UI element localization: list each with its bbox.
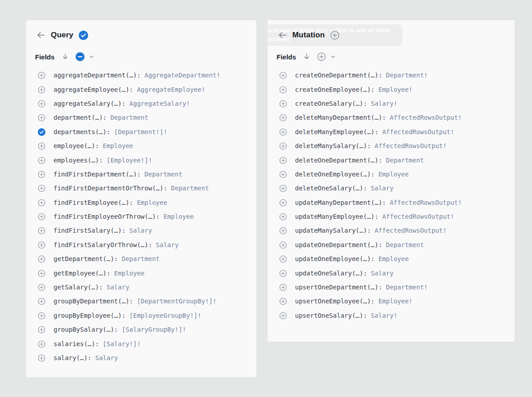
add-field-plus-icon[interactable]: [279, 100, 287, 108]
field-type: [EmployeeGroupBy!]!: [130, 312, 201, 319]
field-row[interactable]: getEmployee(…): Employee: [26, 266, 256, 280]
add-field-plus-icon[interactable]: [279, 185, 287, 192]
field-selected-check-icon[interactable]: [38, 128, 45, 136]
field-row[interactable]: deleteManyEmployee(…): AffectedRowsOutpu…: [268, 125, 514, 139]
field-row[interactable]: findFirstEmployee(…): Employee: [26, 196, 256, 210]
add-field-plus-icon[interactable]: [38, 100, 45, 108]
field-row[interactable]: updateManyDepartment(…): AffectedRowsOut…: [268, 196, 514, 210]
add-field-plus-icon[interactable]: [279, 86, 287, 94]
chevron-down-icon[interactable]: [89, 54, 94, 60]
chevron-down-icon[interactable]: [330, 54, 336, 60]
field-row[interactable]: aggregateDepartment(…): AggregateDepartm…: [26, 68, 256, 82]
field-type: Salary: [107, 284, 130, 291]
add-field-plus-icon[interactable]: [38, 114, 45, 122]
deselect-all-fields-button[interactable]: [76, 52, 85, 61]
add-field-plus-icon[interactable]: [38, 185, 45, 192]
field-row[interactable]: findFirstSalaryOrThrow(…): Salary: [26, 238, 256, 252]
field-name: getEmployee(…):: [54, 270, 114, 277]
field-row[interactable]: updateManySalary(…): AffectedRowsOutput!: [268, 224, 514, 238]
field-row[interactable]: createOneEmployee(…): Employee!: [268, 82, 514, 96]
back-arrow-icon[interactable]: [277, 30, 287, 40]
field-row[interactable]: getSalary(…): Salary: [26, 280, 256, 294]
type-selected-indicator[interactable]: [79, 31, 88, 40]
add-field-plus-icon[interactable]: [38, 241, 45, 249]
field-row[interactable]: groupBySalary(…): [SalaryGroupBy!]!: [26, 323, 256, 337]
add-field-plus-icon[interactable]: [38, 199, 45, 207]
add-field-plus-icon[interactable]: [38, 326, 45, 334]
add-field-plus-icon[interactable]: [279, 270, 287, 277]
field-row[interactable]: deleteOneSalary(…): Salary: [268, 181, 514, 195]
add-field-plus-icon[interactable]: [38, 227, 45, 235]
field-type: Department: [171, 185, 209, 192]
add-field-plus-icon[interactable]: [279, 298, 287, 305]
field-row[interactable]: deleteOneEmployee(…): Employee: [268, 167, 514, 181]
add-field-plus-icon[interactable]: [279, 114, 287, 122]
mutation-panel-header: Mutation: [277, 29, 514, 41]
add-field-plus-icon[interactable]: [279, 255, 287, 263]
add-field-plus-icon[interactable]: [279, 284, 287, 291]
field-row[interactable]: deleteManySalary(…): AffectedRowsOutput!: [268, 139, 514, 153]
add-field-plus-icon[interactable]: [38, 213, 45, 221]
add-field-plus-icon[interactable]: [279, 128, 287, 136]
field-row[interactable]: salary(…): Salary: [26, 351, 256, 365]
field-row[interactable]: createOneSalary(…): Salary!: [268, 97, 514, 111]
field-row[interactable]: upsertOneSalary(…): Salary!: [268, 309, 514, 323]
add-field-plus-icon[interactable]: [38, 354, 45, 362]
add-field-plus-icon[interactable]: [38, 312, 45, 320]
add-field-plus-icon[interactable]: [38, 157, 45, 164]
add-field-plus-icon[interactable]: [279, 157, 287, 164]
field-row[interactable]: upsertOneDepartment(…): Department!: [268, 280, 514, 294]
add-field-plus-icon[interactable]: [279, 227, 287, 235]
field-type: Salary: [371, 270, 394, 277]
field-name: updateOneDepartment(…):: [295, 241, 386, 248]
add-field-plus-icon[interactable]: [38, 142, 45, 150]
back-arrow-icon[interactable]: [36, 30, 46, 40]
field-row[interactable]: departments(…): [Department!]!: [26, 125, 256, 139]
field-row[interactable]: employee(…): Employee: [26, 139, 256, 153]
add-field-plus-icon[interactable]: [279, 199, 287, 207]
add-field-plus-icon[interactable]: [38, 298, 45, 305]
field-row[interactable]: deleteManyDepartment(…): AffectedRowsOut…: [268, 111, 514, 125]
field-row[interactable]: createOneDepartment(…): Department!: [268, 68, 514, 82]
add-all-fields-button[interactable]: [317, 52, 326, 61]
field-type: Department!: [386, 72, 428, 79]
field-row[interactable]: updateOneEmployee(…): Employee: [268, 252, 514, 266]
field-row[interactable]: employees(…): [Employee!]!: [26, 153, 256, 167]
field-row[interactable]: salaries(…): [Salary!]!: [26, 337, 256, 351]
add-field-plus-icon[interactable]: [38, 284, 45, 291]
field-row[interactable]: upsertOneEmployee(…): Employee!: [268, 294, 514, 308]
field-row[interactable]: aggregateSalary(…): AggregateSalary!: [26, 97, 256, 111]
add-field-plus-icon[interactable]: [38, 255, 45, 263]
field-row[interactable]: updateOneDepartment(…): Department: [268, 238, 514, 252]
add-field-plus-icon[interactable]: [38, 340, 45, 348]
field-name: getSalary(…):: [54, 284, 107, 291]
add-field-plus-icon[interactable]: [279, 312, 287, 320]
add-field-plus-icon[interactable]: [279, 213, 287, 221]
field-row[interactable]: groupByEmployee(…): [EmployeeGroupBy!]!: [26, 309, 256, 323]
field-row[interactable]: findFirstEmployeeOrThrow(…): Employee: [26, 210, 256, 224]
add-field-plus-icon[interactable]: [279, 142, 287, 150]
sort-icon[interactable]: [303, 53, 311, 61]
field-row[interactable]: findFirstSalary(…): Salary: [26, 224, 256, 238]
field-name: deleteManyEmployee(…):: [295, 128, 382, 135]
add-field-plus-icon[interactable]: [38, 72, 45, 79]
field-row[interactable]: deleteOneDepartment(…): Department: [268, 153, 514, 167]
field-row[interactable]: updateOneSalary(…): Salary: [268, 266, 514, 280]
field-type: AffectedRowsOutput!: [382, 213, 454, 220]
add-field-plus-icon[interactable]: [279, 72, 287, 79]
add-field-plus-icon[interactable]: [279, 171, 287, 178]
field-row[interactable]: department(…): Department: [26, 111, 256, 125]
sort-icon[interactable]: [61, 53, 69, 61]
field-row[interactable]: groupByDepartment(…): [DepartmentGroupBy…: [26, 294, 256, 308]
field-row[interactable]: updateManyEmployee(…): AffectedRowsOutpu…: [268, 210, 514, 224]
add-field-plus-icon[interactable]: [38, 171, 45, 178]
add-type-button[interactable]: [330, 31, 340, 40]
add-field-plus-icon[interactable]: [279, 241, 287, 249]
field-name: findFirstSalaryOrThrow(…):: [54, 241, 156, 248]
field-row[interactable]: findFirstDepartment(…): Department: [26, 167, 256, 181]
add-field-plus-icon[interactable]: [38, 270, 45, 277]
field-row[interactable]: getDepartment(…): Department: [26, 252, 256, 266]
field-row[interactable]: aggregateEmployee(…): AggregateEmployee!: [26, 82, 256, 96]
field-row[interactable]: findFirstDepartmentOrThrow(…): Departmen…: [26, 181, 256, 195]
add-field-plus-icon[interactable]: [38, 86, 45, 94]
